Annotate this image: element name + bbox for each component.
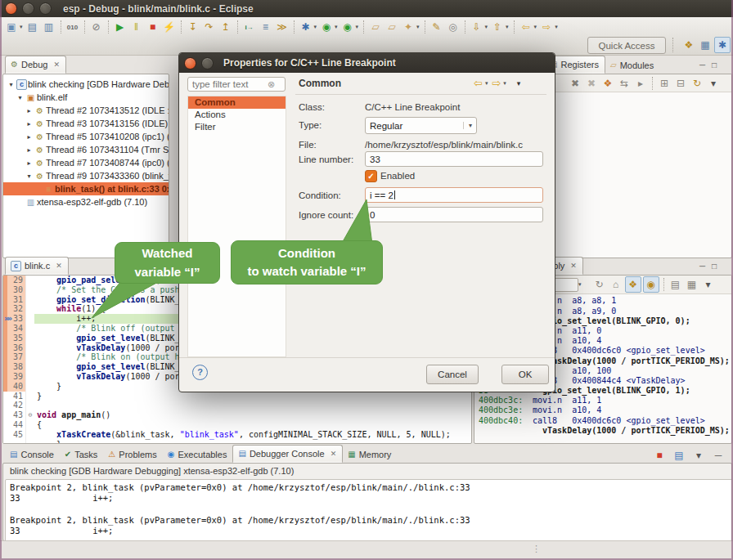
help-icon[interactable]: ?: [192, 365, 208, 380]
editor-gutter[interactable]: 41: [3, 392, 25, 401]
type-select[interactable]: Regular ▾: [365, 117, 477, 134]
terminate-icon[interactable]: ■: [146, 20, 160, 34]
tree-expander-icon[interactable]: ▸: [25, 159, 34, 167]
breakpoint-icon[interactable]: »»: [4, 314, 11, 324]
tab-executables[interactable]: ◉Executables: [163, 446, 233, 463]
dropdown-arrow-icon[interactable]: ▾: [555, 24, 558, 30]
remove-all-icon[interactable]: ✖: [584, 76, 599, 91]
back-icon[interactable]: ⇦: [474, 77, 483, 89]
tab-console[interactable]: ▤Console: [5, 446, 60, 463]
dropdown-arrow-icon[interactable]: ▾: [506, 24, 509, 30]
tab-memory[interactable]: ▦Memory: [343, 446, 397, 463]
tab-modules[interactable]: ▱ Modules: [605, 57, 659, 74]
window-minimize-button[interactable]: [22, 2, 34, 15]
step-return-icon[interactable]: ↥: [218, 20, 233, 34]
tree-item[interactable]: ▾⚙Thread #9 1073433360 (blink_task :: [3, 169, 169, 182]
tree-item[interactable]: ▸⚙Thread #6 1073431104 (Tmr Svc) (Su: [3, 143, 169, 156]
open-resource-icon[interactable]: ▱: [384, 20, 399, 34]
minimize-icon[interactable]: ─: [699, 60, 705, 69]
fold-marker-icon[interactable]: ⊖: [25, 410, 34, 420]
close-icon[interactable]: ✕: [570, 262, 577, 270]
tree-expander-icon[interactable]: ▾: [7, 81, 16, 88]
close-icon[interactable]: ✕: [56, 262, 62, 270]
maximize-icon[interactable]: □: [712, 60, 717, 69]
run-icon[interactable]: ◉: [319, 20, 334, 34]
breakpoint-types-icon[interactable]: ≡: [259, 20, 273, 34]
instruction-stepping-icon[interactable]: i→: [242, 20, 257, 34]
tab-tasks[interactable]: ✔Tasks: [60, 446, 104, 463]
forward-icon[interactable]: ⇨: [492, 77, 501, 89]
editor-gutter[interactable]: 34: [3, 324, 25, 334]
window-maximize-button[interactable]: [39, 2, 52, 15]
quick-access-button[interactable]: Quick Access: [587, 37, 666, 54]
show-source-icon[interactable]: ❖: [625, 276, 641, 293]
chevron-down-icon[interactable]: ▾: [578, 281, 582, 288]
tree-item[interactable]: ▾cblink checking [GDB Hardware Debugging…: [3, 78, 169, 91]
tab-problems[interactable]: ⚠Problems: [103, 446, 162, 463]
tree-item[interactable]: ▸⚙Thread #7 1073408744 (ipc0) (Susp: [3, 156, 169, 169]
tree-item[interactable]: ≡blink_task() at blink.c:33 0x400dbc: [3, 182, 169, 195]
chevron-down-icon[interactable]: ▾: [503, 80, 506, 87]
editor-gutter[interactable]: 30: [3, 285, 25, 295]
tree-expander-icon[interactable]: ▾: [25, 172, 34, 180]
close-icon[interactable]: ✕: [53, 60, 60, 69]
select-pointer-icon[interactable]: ▸: [633, 76, 648, 91]
display-selected-console-icon[interactable]: ▤: [672, 448, 686, 463]
maximize-icon[interactable]: □: [712, 262, 717, 271]
dropdown-arrow-icon[interactable]: ▾: [416, 24, 420, 30]
console-output[interactable]: Breakpoint 2, blink_task (pvParameter=0x…: [5, 479, 732, 541]
back-icon[interactable]: ⇦: [519, 20, 533, 34]
editor-gutter[interactable]: 32: [3, 304, 25, 314]
tree-item[interactable]: ▾▣blink.elf: [3, 91, 169, 104]
editor-gutter[interactable]: 29: [3, 276, 25, 285]
window-close-button[interactable]: [5, 2, 17, 15]
tab-blink-c[interactable]: c blink.c ✕: [5, 257, 69, 275]
editor-gutter[interactable]: 36: [3, 343, 25, 353]
ignore-count-input[interactable]: 0: [365, 207, 543, 222]
debug-perspective-icon[interactable]: ✱: [714, 37, 731, 53]
tree-item[interactable]: ▸⚙Thread #3 1073413156 (IDLE) (Susp: [3, 117, 169, 130]
debug-icon[interactable]: ✱: [299, 20, 313, 34]
dropdown-arrow-icon[interactable]: ▾: [314, 24, 317, 30]
view-menu-icon[interactable]: ▾: [701, 277, 716, 292]
collapse-all-icon[interactable]: ⊟: [673, 76, 688, 91]
mark-occurrences-icon[interactable]: ✎: [429, 20, 444, 34]
tree-expander-icon[interactable]: ▸: [25, 107, 34, 114]
resume-icon[interactable]: ▶: [113, 20, 128, 34]
dialog-nav-actions[interactable]: Actions: [188, 109, 286, 121]
resource-perspective-icon[interactable]: ▦: [698, 38, 713, 52]
editor-gutter[interactable]: 43: [3, 410, 25, 420]
tree-item[interactable]: ▸⚙Thread #2 1073413512 (IDLE : Runn: [3, 104, 169, 117]
switch-context-icon[interactable]: ⇆: [617, 76, 632, 91]
editor-gutter[interactable]: 44: [3, 420, 25, 430]
condition-input[interactable]: i == 2: [365, 187, 543, 203]
editor-gutter[interactable]: 40: [3, 382, 25, 392]
dropdown-arrow-icon[interactable]: ▾: [485, 24, 488, 30]
dialog-nav-filter[interactable]: Filter: [188, 121, 286, 133]
editor-gutter[interactable]: 42: [3, 401, 25, 410]
layout-vertical-icon[interactable]: ▤: [668, 277, 683, 292]
tree-item[interactable]: ▥xtensa-esp32-elf-gdb (7.10): [3, 195, 169, 208]
registers-minmax[interactable]: ─□: [699, 60, 717, 69]
statusbar-drag-handle[interactable]: ⋮: [532, 544, 541, 554]
open-element-icon[interactable]: ▱: [368, 20, 383, 34]
dialog-nav-common[interactable]: Common: [188, 96, 286, 109]
tab-debug[interactable]: ⚙ Debug ✕: [5, 56, 66, 74]
suspend-icon[interactable]: ‖: [129, 20, 144, 34]
ok-button[interactable]: OK: [501, 365, 549, 384]
console-menu-icon[interactable]: ▾: [691, 448, 706, 463]
chevron-down-icon[interactable]: ▾: [485, 80, 488, 87]
dropdown-arrow-icon[interactable]: ▾: [20, 24, 23, 30]
editor-gutter[interactable]: 38: [3, 362, 25, 372]
add-register-group-icon[interactable]: ❖: [600, 76, 615, 91]
editor-gutter[interactable]: 31: [3, 295, 25, 305]
editor-gutter[interactable]: 35: [3, 334, 25, 343]
expand-all-icon[interactable]: ⊞: [657, 76, 672, 91]
next-annotation-icon[interactable]: ⇧: [490, 20, 505, 34]
minimize-icon[interactable]: ─: [711, 448, 726, 463]
tree-expander-icon[interactable]: ▸: [25, 146, 34, 154]
dialog-restore-button[interactable]: [201, 57, 214, 69]
new-wizard-icon[interactable]: ▣: [4, 20, 19, 34]
dialog-close-button[interactable]: [184, 57, 196, 69]
disassembly-minmax[interactable]: ─□: [699, 262, 717, 271]
